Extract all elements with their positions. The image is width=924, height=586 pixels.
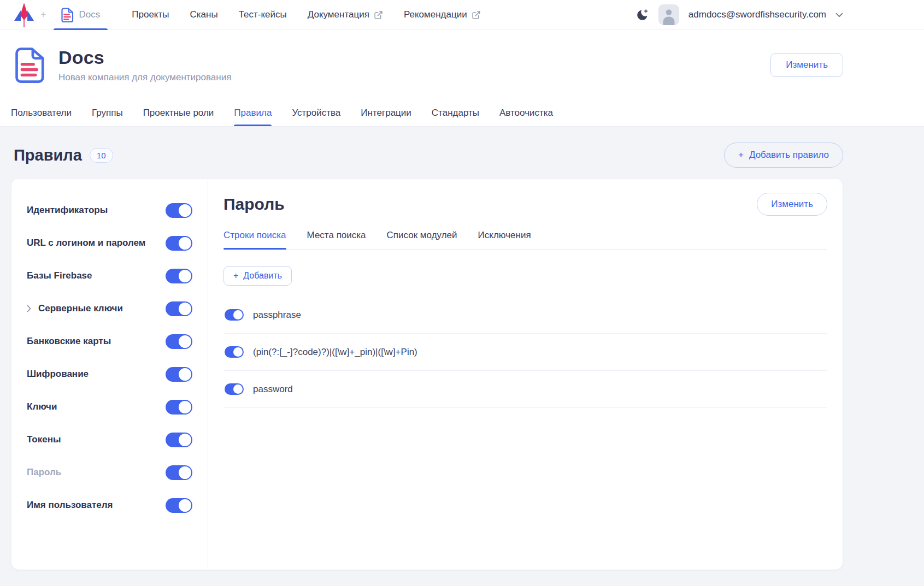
- subtab-search-places[interactable]: Места поиска: [307, 230, 366, 249]
- company-subtitle: Новая компания для документирования: [58, 72, 231, 83]
- rule-label[interactable]: Банковские карты: [27, 336, 111, 347]
- search-string-row: (pin(?:[_-]?code)?)|([\w]+_pin)|([\w]+Pi…: [223, 334, 827, 371]
- company-header: Docs Новая компания для документирования…: [0, 30, 924, 100]
- sidebar-item-username[interactable]: Имя пользователя: [27, 489, 192, 522]
- plus-separator: +: [40, 9, 46, 21]
- search-string-toggle[interactable]: [225, 383, 244, 395]
- add-rule-label: Добавить правило: [749, 150, 829, 161]
- company-text-block: Docs Новая компания для документирования: [58, 47, 231, 83]
- tab-devices[interactable]: Устройства: [292, 100, 340, 126]
- company-title: Docs: [58, 47, 231, 68]
- sidebar-item-keys[interactable]: Ключи: [27, 390, 192, 423]
- search-string-row: password: [223, 371, 827, 408]
- rule-label[interactable]: Пароль: [27, 467, 61, 478]
- nav-scans[interactable]: Сканы: [190, 9, 217, 20]
- rule-toggle[interactable]: [166, 236, 192, 251]
- top-bar: + Docs Проекты Сканы Тест-кейсы До: [0, 0, 924, 30]
- tab-groups[interactable]: Группы: [92, 100, 123, 126]
- section-tabs: Пользователи Группы Проектные роли Прави…: [0, 100, 924, 127]
- sidebar-item-server-keys[interactable]: Серверные ключи: [27, 292, 192, 325]
- sidebar-item-encryption[interactable]: Шифрование: [27, 358, 192, 390]
- tab-standards[interactable]: Стандарты: [432, 100, 479, 126]
- dark-mode-moon-icon[interactable]: [635, 8, 649, 22]
- rule-label[interactable]: Ключи: [27, 401, 57, 412]
- search-strings-list: passphrase (pin(?:[_-]?code)?)|([\w]+_pi…: [223, 297, 827, 408]
- company-edit-button[interactable]: Изменить: [770, 53, 843, 77]
- nav-label: Тест-кейсы: [239, 9, 287, 20]
- sidebar-item-firebase[interactable]: Базы Firebase: [27, 259, 192, 292]
- nav-label: Рекомендации: [404, 9, 467, 20]
- rules-title: Правила: [14, 146, 82, 164]
- search-string-value: (pin(?:[_-]?code)?)|([\w]+_pin)|([\w]+Pi…: [253, 347, 417, 358]
- add-rule-button[interactable]: + Добавить правило: [724, 143, 843, 168]
- nav-test-cases[interactable]: Тест-кейсы: [239, 9, 287, 20]
- rules-card: Идентификаторы URL с логином и паролем Б…: [11, 178, 843, 570]
- app-tab-label: Docs: [79, 9, 101, 20]
- chevron-down-icon[interactable]: [835, 13, 843, 17]
- external-link-icon: [472, 10, 481, 20]
- subtab-module-list[interactable]: Список модулей: [387, 230, 457, 249]
- plus-icon: +: [233, 271, 238, 281]
- rule-toggle[interactable]: [166, 301, 192, 316]
- nav-label: Сканы: [190, 9, 217, 20]
- rule-toggle[interactable]: [166, 498, 192, 513]
- rule-label[interactable]: URL с логином и паролем: [27, 238, 145, 248]
- top-navigation: Проекты Сканы Тест-кейсы Документация Ре…: [132, 9, 480, 20]
- rule-toggle[interactable]: [166, 400, 192, 415]
- add-label: Добавить: [243, 271, 282, 281]
- sidebar-item-identifiers[interactable]: Идентификаторы: [27, 194, 192, 227]
- search-string-toggle[interactable]: [225, 309, 244, 321]
- swordfish-logo-icon[interactable]: [14, 2, 34, 27]
- document-icon: [61, 8, 74, 22]
- nav-label: Проекты: [132, 9, 169, 20]
- topbar-right-cluster: admdocs@swordfishsecurity.com: [635, 4, 843, 25]
- rule-toggle[interactable]: [166, 465, 192, 480]
- rule-label[interactable]: Базы Firebase: [27, 270, 92, 281]
- search-string-value: password: [253, 384, 293, 395]
- search-string-value: passphrase: [253, 310, 301, 321]
- tab-users[interactable]: Пользователи: [11, 100, 72, 126]
- tab-integrations[interactable]: Интеграции: [361, 100, 411, 126]
- panel-header: Пароль Изменить: [223, 193, 827, 216]
- user-avatar[interactable]: [658, 4, 679, 25]
- tab-autocleanup[interactable]: Автоочистка: [499, 100, 553, 126]
- rule-label[interactable]: Шифрование: [27, 369, 89, 380]
- add-search-string-button[interactable]: + Добавить: [223, 266, 292, 286]
- sidebar-item-password[interactable]: Пароль: [27, 456, 192, 489]
- nav-recommendations[interactable]: Рекомендации: [404, 9, 481, 20]
- rule-toggle[interactable]: [166, 269, 192, 283]
- rule-toggle[interactable]: [166, 203, 192, 218]
- plus-icon: +: [738, 150, 744, 161]
- rule-toggle[interactable]: [166, 433, 192, 447]
- rule-label[interactable]: Имя пользователя: [27, 500, 113, 511]
- rule-label[interactable]: Идентификаторы: [27, 205, 108, 216]
- tab-rules[interactable]: Правила: [234, 100, 272, 126]
- tab-project-roles[interactable]: Проектные роли: [143, 100, 214, 126]
- sidebar-item-url-login-password[interactable]: URL с логином и паролем: [27, 227, 192, 259]
- sidebar-item-tokens[interactable]: Токены: [27, 423, 192, 456]
- subtab-exceptions[interactable]: Исключения: [478, 230, 531, 249]
- rule-edit-button[interactable]: Изменить: [757, 193, 827, 216]
- rules-heading-row: Правила 10 + Добавить правило: [11, 140, 843, 170]
- rule-subtabs: Строки поиска Места поиска Список модуле…: [223, 230, 827, 250]
- subtab-search-strings[interactable]: Строки поиска: [223, 230, 286, 249]
- rules-page: Правила 10 + Добавить правило Идентифика…: [0, 127, 924, 570]
- rule-toggle[interactable]: [166, 334, 192, 349]
- nav-label: Документация: [308, 9, 369, 20]
- app-tab-docs[interactable]: Docs: [54, 0, 108, 30]
- rule-detail-panel: Пароль Изменить Строки поиска Места поис…: [208, 179, 843, 570]
- nav-projects[interactable]: Проекты: [132, 9, 169, 20]
- rule-title: Пароль: [223, 195, 285, 214]
- sidebar-item-bank-cards[interactable]: Банковские карты: [27, 325, 192, 358]
- rule-label[interactable]: Серверные ключи: [38, 303, 123, 314]
- company-document-icon: [14, 47, 46, 83]
- user-email[interactable]: admdocs@swordfishsecurity.com: [688, 9, 826, 20]
- chevron-right-icon[interactable]: [27, 305, 31, 312]
- search-string-row: passphrase: [223, 297, 827, 334]
- rule-label[interactable]: Токены: [27, 434, 61, 445]
- nav-documentation[interactable]: Документация: [308, 9, 383, 20]
- rules-count-badge: 10: [90, 148, 113, 163]
- rule-toggle[interactable]: [166, 367, 192, 382]
- rules-sidebar: Идентификаторы URL с логином и паролем Б…: [11, 179, 208, 570]
- search-string-toggle[interactable]: [225, 346, 244, 358]
